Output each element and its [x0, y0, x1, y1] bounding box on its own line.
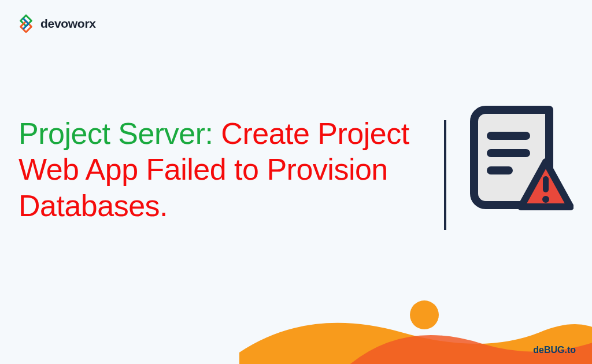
document-error-icon [458, 104, 574, 220]
svg-point-5 [542, 196, 549, 203]
footer-brand: deBUG.to [533, 345, 576, 355]
title-green-part: Project Server: [18, 117, 221, 150]
main-content: Project Server: Create Project Web App F… [18, 116, 574, 230]
logo-text: devoworx [40, 17, 96, 31]
svg-rect-4 [543, 176, 549, 192]
logo-container: devoworx [16, 14, 96, 34]
svg-rect-3 [487, 166, 513, 174]
svg-rect-1 [487, 132, 530, 140]
page-title: Project Server: Create Project Web App F… [18, 116, 432, 224]
svg-rect-2 [487, 149, 530, 157]
logo-mark-icon [16, 14, 36, 34]
vertical-divider [444, 120, 446, 230]
